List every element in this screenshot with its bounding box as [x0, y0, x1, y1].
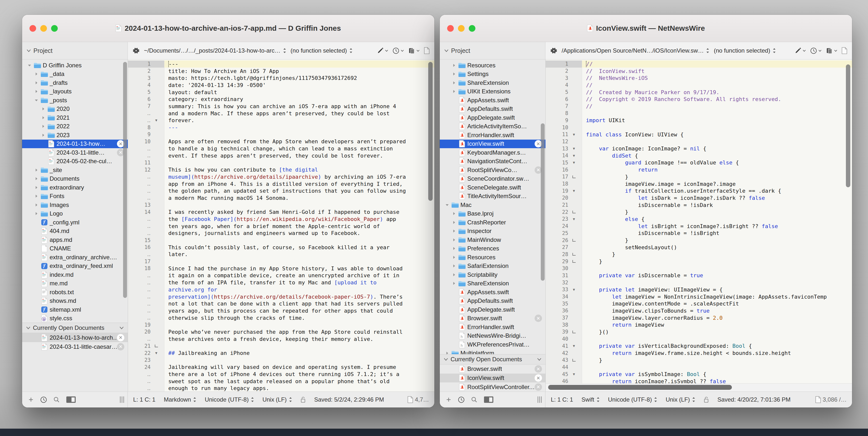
sidebar-folder-resources[interactable]: Resources	[440, 253, 546, 262]
fold-open-icon[interactable]: ▾	[568, 188, 580, 194]
code-text[interactable]: final class IconView: UIView {	[582, 131, 852, 138]
sidebar-folder-resources[interactable]: Resources	[440, 61, 546, 70]
documents-menu-button[interactable]	[408, 48, 420, 54]
sidebar-file-404-md[interactable]: 404.md	[22, 227, 128, 236]
sidebar-toggle-button[interactable]	[66, 396, 76, 403]
code-text[interactable]: setNeedsLayout()	[582, 244, 852, 251]
sidebar-folder-extraordinary[interactable]: extraordinary	[22, 183, 128, 192]
sidebar-file-2024-01-13-how-[interactable]: 2024-01-13-how…✕	[22, 140, 128, 148]
sidebar-file-wkpreferencesprivat-[interactable]: hWKPreferencesPrivat…	[440, 340, 546, 349]
add-item-button[interactable]	[446, 397, 452, 403]
code-text[interactable]: return	[582, 166, 852, 173]
sidebar-folder-scriptability[interactable]: Scriptability	[440, 270, 546, 279]
chevron-right-icon[interactable]	[451, 212, 458, 215]
chevron-right-icon[interactable]	[33, 72, 40, 76]
sidebar-toggle-button[interactable]	[484, 396, 494, 403]
recent-menu-button[interactable]	[810, 48, 822, 54]
code-text[interactable]: a modern Mac running macOS 14 Sonoma.	[164, 195, 434, 202]
sidebar-folder-2022[interactable]: 2022	[22, 122, 128, 131]
code-text[interactable]: ---	[164, 60, 434, 67]
fold-open-icon[interactable]: ▾	[568, 216, 580, 222]
chevron-down-icon[interactable]	[26, 63, 33, 67]
code-text[interactable]: these archives onto a fresh device, keep…	[164, 336, 434, 343]
editor-content[interactable]: 1//2// IconView.swift3// NetNewsWire-iOS…	[546, 59, 852, 383]
chevron-down-icon[interactable]	[33, 98, 40, 102]
gear-icon[interactable]	[133, 47, 140, 54]
status-encoding-popup[interactable]: Unicode (UTF-8)	[205, 396, 254, 403]
code-text[interactable]: designers, journalists and engineers war…	[164, 230, 434, 237]
code-text[interactable]: later.	[164, 251, 434, 258]
code-text[interactable]	[582, 110, 852, 117]
sidebar-file-keyboardmanager-s-[interactable]: KeyboardManager.s…	[440, 148, 546, 157]
open-documents-header[interactable]: Currently Open Documents	[440, 354, 546, 365]
fold-open-icon[interactable]: ▾	[568, 132, 580, 137]
sidebar-file-apps-md[interactable]: apps.md	[22, 235, 128, 244]
new-document-button[interactable]	[424, 47, 430, 54]
chevron-right-icon[interactable]	[40, 124, 47, 128]
code-text[interactable]	[582, 124, 852, 131]
sidebar-file-2024-05-02-the-cul-[interactable]: 2024-05-02-the-cul…	[22, 157, 128, 166]
marker-menu-button[interactable]	[377, 48, 388, 54]
sidebar-folder-uikit-extensions[interactable]: UIKit Extensions	[440, 87, 546, 96]
chevron-right-icon[interactable]	[40, 107, 47, 111]
close-icon[interactable]: ✕	[535, 365, 542, 373]
sidebar-file-index-md[interactable]: index.md	[22, 270, 128, 279]
code-text[interactable]: Jailbreaking will vary based on device a…	[164, 364, 434, 371]
sidebar-folder-2020[interactable]: 2020	[22, 105, 128, 114]
sidebar-file-errorhandler-swift[interactable]: ErrorHandler.swift	[440, 323, 546, 331]
chevron-right-icon[interactable]	[451, 229, 458, 233]
code-text[interactable]: // Created by Maurice Parker on 9/17/19.	[582, 89, 852, 96]
code-text[interactable]: var iconImage: IconImage? = nil {	[582, 145, 852, 152]
project-header[interactable]: Project	[22, 42, 128, 59]
status-line-ending-popup[interactable]: Unix (LF)	[665, 396, 695, 403]
code-text[interactable]: to handle a big technical change, which …	[164, 145, 434, 152]
close-icon[interactable]: ✕	[117, 334, 124, 341]
add-item-button[interactable]	[28, 397, 34, 403]
code-text[interactable]: return imageView.frame.size.height < bou…	[582, 349, 852, 357]
chevron-right-icon[interactable]	[451, 246, 458, 251]
sidebar-folder-documents[interactable]: Documents	[22, 174, 128, 183]
code-text[interactable]: not a lot that can be done with a client…	[164, 300, 434, 307]
code-text[interactable]: the golden path, an updated set of instr…	[164, 187, 434, 195]
sidebar-file-navigationstatecont-[interactable]: NavigationStateCont…	[440, 157, 546, 166]
minimize-button[interactable]	[458, 25, 465, 32]
editor-content[interactable]: 1---2title: How To Archive An iOS 7 App3…	[128, 59, 434, 391]
sidebar-file-articleactivityitemso-[interactable]: ArticleActivityItemSo…	[440, 122, 546, 131]
sidebar-folder-preferences[interactable]: Preferences	[440, 244, 546, 253]
code-text[interactable]: Since I had the purchase in my App Store…	[164, 265, 434, 272]
chevron-right-icon[interactable]	[451, 264, 458, 268]
sidebar-folder-safariextension[interactable]: SafariExtension	[440, 262, 546, 270]
status-language-popup[interactable]: Swift	[582, 396, 600, 403]
code-text[interactable]: return imageView	[582, 321, 852, 328]
code-text[interactable]: }	[582, 208, 852, 215]
chevron-right-icon[interactable]	[40, 116, 47, 120]
code-text[interactable]: date: '2024-01-13 14:39 -0500'	[164, 82, 434, 89]
sidebar-folder-d-griffin-jones[interactable]: D Griffin Jones	[22, 61, 128, 70]
fold-open-icon[interactable]: ▾	[151, 350, 162, 356]
code-text[interactable]: isDiscernable = !isDark	[582, 202, 852, 209]
sidebar-folder-images[interactable]: Images	[22, 201, 128, 209]
status-language-popup[interactable]: Markdown	[164, 396, 196, 403]
file-tree[interactable]: ResourcesSettingsShareExtensionUIKit Ext…	[440, 59, 546, 354]
sidebar-resize-handle[interactable]	[120, 397, 124, 403]
code-text[interactable]: }	[582, 237, 852, 244]
code-text[interactable]: private var isDiscernable = true	[582, 272, 852, 279]
sidebar-file-scenecoordinator-sw-[interactable]: SceneCoordinator.sw…	[440, 174, 546, 183]
code-text[interactable]: otherwise slip through the cracks of tim…	[164, 314, 434, 321]
fold-open-icon[interactable]: ▾	[568, 153, 580, 158]
code-text[interactable]: // Copyright © 2019 Ranchero Software. A…	[582, 96, 852, 103]
sidebar-folder-settings[interactable]: Settings	[440, 70, 546, 79]
code-text[interactable]: guard iconImage !== oldValue else {	[582, 159, 852, 166]
editor-horizontal-scrollbar[interactable]	[546, 383, 852, 391]
code-text[interactable]: Apps are often removed from the App Stor…	[164, 138, 434, 145]
sidebar-file-appassets-swift[interactable]: AppAssets.swift	[440, 96, 546, 105]
sidebar-folder-2021[interactable]: 2021	[22, 113, 128, 122]
filter-search-button[interactable]	[471, 397, 477, 403]
scrollbar-thumb[interactable]	[548, 385, 732, 390]
sidebar-folder-shareextension[interactable]: ShareExtension	[440, 279, 546, 288]
chevron-right-icon[interactable]	[451, 282, 458, 285]
code-text[interactable]: and a modern Mac. If these apps aren’t p…	[164, 110, 434, 117]
chevron-down-icon[interactable]	[444, 203, 451, 207]
code-text[interactable]: title: How To Archive An iOS 7 App	[164, 67, 434, 75]
sidebar-scrollbar-thumb[interactable]	[541, 123, 545, 281]
